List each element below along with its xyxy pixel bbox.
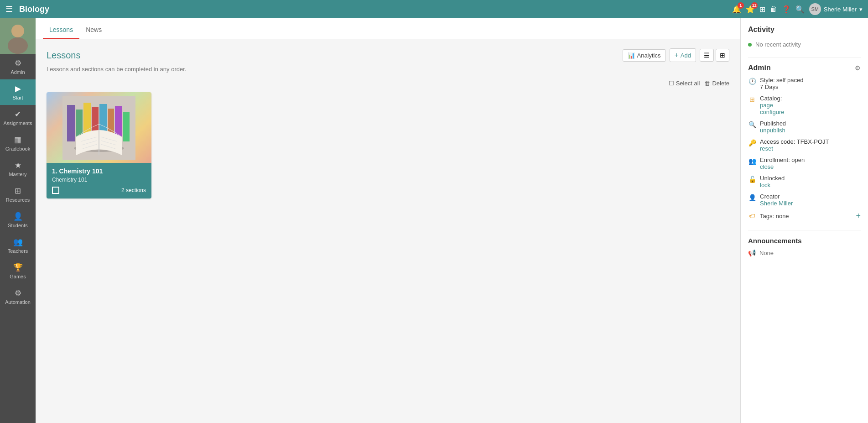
notification-star-icon-wrap[interactable]: ⭐ 12 — [746, 5, 755, 14]
tab-news[interactable]: News — [79, 21, 108, 39]
grid-icon[interactable]: ⊞ — [759, 5, 765, 14]
catalog-page-link[interactable]: page — [760, 102, 861, 109]
list-view-button[interactable]: ☰ — [700, 49, 714, 62]
admin-tags-label: Tags: none — [760, 213, 789, 219]
trash-icon[interactable]: 🗑 — [770, 5, 777, 13]
select-all-button[interactable]: ☐ Select all — [669, 80, 700, 87]
admin-panel-title: Admin — [748, 64, 771, 72]
sidebar-item-assignments[interactable]: ✔ Assignments — [0, 105, 36, 131]
creator-name-link[interactable]: Sherie Miller — [760, 200, 861, 207]
admin-header: Admin ⚙ — [748, 64, 861, 72]
add-label: Add — [681, 52, 691, 59]
close-enrollment-link[interactable]: close — [760, 163, 861, 170]
enrollment-icon: 👥 — [748, 157, 756, 165]
plus-icon: + — [675, 51, 679, 59]
delete-label: Delete — [712, 80, 729, 87]
published-search-icon: 🔍 — [748, 120, 756, 129]
admin-style-row: 🕐 Style: self paced 7 Days — [748, 77, 861, 90]
delete-button[interactable]: 🗑 Delete — [704, 80, 729, 87]
activity-item: No recent activity — [748, 41, 861, 48]
divider-2 — [748, 230, 861, 230]
card-bottom-row: 2 sections — [52, 187, 146, 194]
search-icon[interactable]: 🔍 — [795, 5, 805, 14]
card-checkbox[interactable] — [52, 187, 59, 194]
reset-link[interactable]: reset — [760, 145, 861, 152]
admin-style-label: Style: self paced — [760, 77, 803, 84]
admin-style-days: 7 Days — [760, 84, 778, 90]
view-toggle: ☰ ⊞ — [700, 49, 729, 62]
sidebar-item-label: Automation — [5, 299, 31, 305]
access-key-icon: 🔑 — [748, 139, 756, 147]
star-badge: 12 — [751, 2, 758, 9]
main-layout: ⚙ Admin ▶ Start ✔ Assignments ▦ Gradeboo… — [0, 18, 868, 423]
admin-enrollment-content: Enrollment: open close — [760, 157, 861, 170]
automation-icon: ⚙ — [15, 288, 21, 298]
activity-title: Activity — [748, 26, 861, 37]
hamburger-menu-icon[interactable]: ☰ — [5, 4, 13, 14]
admin-style-content: Style: self paced 7 Days — [760, 77, 861, 90]
admin-unlocked-label: Unlocked — [760, 175, 785, 182]
admin-unlocked-content: Unlocked lock — [760, 175, 861, 188]
admin-creator-content: Creator Sherie Miller — [760, 193, 861, 207]
sidebar-item-label: Start — [12, 95, 23, 100]
sidebar-item-label: Mastery — [9, 172, 26, 177]
admin-published-content: Published unpublish — [760, 120, 861, 134]
students-icon: 👤 — [13, 212, 23, 221]
user-menu[interactable]: SM Sherie Miller ▾ — [809, 3, 863, 15]
announcements-title: Announcements — [748, 237, 861, 245]
sidebar-item-mastery[interactable]: ★ Mastery — [0, 156, 36, 182]
megaphone-icon: 📢 — [748, 249, 756, 256]
select-delete-row: ☐ Select all 🗑 Delete — [47, 80, 729, 87]
sidebar-item-label: Gradebook — [5, 146, 30, 151]
lock-link[interactable]: lock — [760, 182, 861, 188]
help-icon[interactable]: ❓ — [782, 5, 791, 14]
checkbox-icon: ☐ — [669, 80, 674, 87]
content-area: Lessons News Lessons 📊 Analytics + Add — [36, 18, 740, 423]
activity-section: Activity No recent activity — [748, 26, 861, 48]
card-sections-count: 2 sections — [121, 187, 146, 193]
sidebar-item-label: Resources — [6, 197, 30, 203]
catalog-configure-link[interactable]: configure — [760, 109, 861, 115]
add-button[interactable]: + Add — [670, 48, 696, 62]
unpublish-link[interactable]: unpublish — [760, 127, 861, 134]
lessons-main: Lessons 📊 Analytics + Add ☰ ⊞ — [36, 39, 740, 423]
gradebook-icon: ▦ — [14, 135, 21, 145]
creator-person-icon: 👤 — [748, 193, 756, 202]
grid-view-button[interactable]: ⊞ — [716, 49, 729, 62]
lesson-card[interactable]: 1. Chemistry 101 Chemistry 101 2 section… — [47, 92, 151, 198]
user-name: Sherie Miller — [824, 6, 857, 13]
admin-enrollment-label: Enrollment: open — [760, 157, 805, 163]
admin-published-label: Published — [760, 120, 786, 127]
admin-unlocked-row: 🔓 Unlocked lock — [748, 175, 861, 188]
sidebar-item-start[interactable]: ▶ Start — [0, 79, 36, 105]
top-navigation: ☰ Biology 🔔 1 ⭐ 12 ⊞ 🗑 ❓ 🔍 SM Sherie Mil… — [0, 0, 868, 18]
notification-bell-icon-wrap[interactable]: 🔔 1 — [732, 5, 741, 14]
admin-access-row: 🔑 Access code: TFBX-POJT reset — [748, 138, 861, 152]
sidebar-avatar — [0, 18, 36, 54]
add-tag-button[interactable]: + — [856, 211, 861, 221]
sidebar-item-admin[interactable]: ⚙ Admin — [0, 54, 36, 79]
topnav-right-controls: 🔔 1 ⭐ 12 ⊞ 🗑 ❓ 🔍 SM Sherie Miller ▾ — [732, 3, 863, 15]
analytics-label: Analytics — [637, 52, 660, 59]
card-image — [47, 92, 151, 163]
sidebar-item-automation[interactable]: ⚙ Automation — [0, 284, 36, 309]
lessons-title: Lessons — [47, 50, 81, 61]
admin-creator-row: 👤 Creator Sherie Miller — [748, 193, 861, 207]
sidebar-item-resources[interactable]: ⊞ Resources — [0, 182, 36, 207]
admin-tags-content: Tags: none + — [760, 211, 861, 221]
sidebar-item-label: Assignments — [4, 120, 32, 126]
analytics-button[interactable]: 📊 Analytics — [623, 49, 665, 62]
sidebar-item-students[interactable]: 👤 Students — [0, 207, 36, 233]
admin-enrollment-row: 👥 Enrollment: open close — [748, 157, 861, 170]
sidebar-item-games[interactable]: 🏆 Games — [0, 258, 36, 284]
admin-gear-icon[interactable]: ⚙ — [855, 64, 861, 72]
sidebar-item-gradebook[interactable]: ▦ Gradebook — [0, 131, 36, 156]
tab-lessons[interactable]: Lessons — [43, 21, 79, 39]
catalog-icon: ⊞ — [748, 95, 756, 104]
card-lesson-number: 1. Chemistry 101 — [52, 167, 146, 175]
announcements-value: None — [759, 250, 774, 256]
start-icon: ▶ — [15, 84, 21, 94]
lessons-subtitle: Lessons and sections can be completed in… — [47, 66, 729, 73]
sidebar-item-teachers[interactable]: 👥 Teachers — [0, 233, 36, 258]
lessons-actions: 📊 Analytics + Add ☰ ⊞ — [623, 48, 729, 62]
